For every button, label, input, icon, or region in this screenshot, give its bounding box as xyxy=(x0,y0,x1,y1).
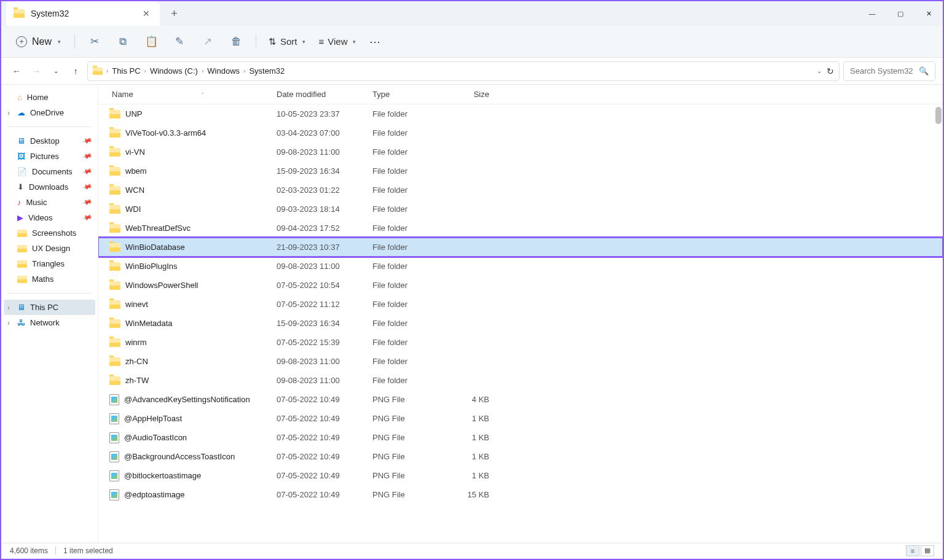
nav-uxdesign[interactable]: UX Design xyxy=(4,241,95,256)
nav-triangles[interactable]: Triangles xyxy=(4,256,95,271)
up-button[interactable]: ↑ xyxy=(68,63,84,79)
folder-icon xyxy=(109,243,120,252)
file-row[interactable]: vi-VN09-08-2023 11:00File folder xyxy=(98,142,943,161)
nav-onedrive[interactable]: ☁OneDrive xyxy=(4,105,95,120)
delete-button[interactable]: 🗑 xyxy=(224,31,248,53)
nav-maths[interactable]: Maths xyxy=(4,271,95,287)
view-icon: ≡ xyxy=(319,36,324,47)
nav-thispc[interactable]: 🖥This PC xyxy=(4,300,95,315)
window-tab[interactable]: System32 ✕ xyxy=(6,1,160,26)
breadcrumb[interactable]: System32 xyxy=(249,66,285,76)
file-date: 07-05-2022 10:49 xyxy=(277,452,372,461)
new-tab-button[interactable]: + xyxy=(171,7,178,20)
file-row[interactable]: WebThreatDefSvc09-04-2023 17:52File fold… xyxy=(98,219,943,238)
file-row[interactable]: zh-CN09-08-2023 11:00File folder xyxy=(98,352,943,371)
file-row[interactable]: winevt07-05-2022 11:12File folder xyxy=(98,295,943,314)
toolbar: + New ▾ ✂ ⧉ 📋 ✎ ↗ 🗑 ⇅ Sort ▾ ≡ View ▾ ⋯ xyxy=(1,26,943,58)
col-size[interactable]: Size xyxy=(452,90,502,99)
nav-videos[interactable]: ▶Videos📌 xyxy=(4,210,95,225)
paste-button[interactable]: 📋 xyxy=(139,31,163,53)
search-box[interactable]: 🔍 xyxy=(843,61,935,81)
nav-screenshots[interactable]: Screenshots xyxy=(4,225,95,241)
file-row[interactable]: WinBioDatabase21-09-2023 10:37File folde… xyxy=(98,238,943,257)
refresh-button[interactable]: ↻ xyxy=(827,66,834,76)
breadcrumb[interactable]: Windows xyxy=(207,66,240,76)
file-name: WDI xyxy=(125,204,141,214)
cut-button[interactable]: ✂ xyxy=(82,31,107,53)
nav-music[interactable]: ♪Music📌 xyxy=(4,195,95,210)
file-row[interactable]: @bitlockertoastimage07-05-2022 10:49PNG … xyxy=(98,466,943,485)
rename-button[interactable]: ✎ xyxy=(167,31,192,53)
more-button[interactable]: ⋯ xyxy=(369,35,380,49)
file-row[interactable]: WinMetadata15-09-2023 16:34File folder xyxy=(98,314,943,333)
file-row[interactable]: UNP10-05-2023 23:37File folder xyxy=(98,104,943,123)
file-row[interactable]: @edptoastimage07-05-2022 10:49PNG File15… xyxy=(98,485,943,504)
folder-icon xyxy=(109,262,120,271)
nav-pictures[interactable]: 🖼Pictures📌 xyxy=(4,149,95,164)
col-name[interactable]: Name˄ xyxy=(107,90,277,99)
file-row[interactable]: WCN02-03-2023 01:22File folder xyxy=(98,181,943,200)
separator xyxy=(55,546,56,555)
file-row[interactable]: @AppHelpToast07-05-2022 10:49PNG File1 K… xyxy=(98,409,943,428)
new-button[interactable]: + New ▾ xyxy=(10,33,67,51)
separator xyxy=(7,126,92,127)
thumbnails-view-button[interactable]: ▦ xyxy=(921,545,934,556)
recent-button[interactable]: ⌄ xyxy=(48,63,64,79)
chevron-down-icon: ▾ xyxy=(58,39,61,45)
separator xyxy=(74,34,75,49)
file-date: 21-09-2023 10:37 xyxy=(277,243,372,252)
folder-icon xyxy=(109,110,120,119)
col-type[interactable]: Type xyxy=(372,90,452,99)
nav-documents[interactable]: 📄Documents📌 xyxy=(4,164,95,179)
nav-home[interactable]: ⌂Home xyxy=(4,90,95,105)
pictures-icon: 🖼 xyxy=(17,152,25,161)
maximize-button[interactable]: ▢ xyxy=(886,1,914,26)
folder-icon xyxy=(109,338,120,347)
file-date: 07-05-2022 10:54 xyxy=(277,281,372,290)
file-row[interactable]: WinBioPlugIns09-08-2023 11:00File folder xyxy=(98,257,943,276)
sort-button[interactable]: ⇅ Sort ▾ xyxy=(264,33,310,51)
folder-icon xyxy=(109,148,120,157)
share-button[interactable]: ↗ xyxy=(195,31,220,53)
col-date[interactable]: Date modified xyxy=(277,90,372,99)
breadcrumb[interactable]: Windows (C:) xyxy=(150,66,198,76)
folder-icon xyxy=(17,245,27,252)
file-row[interactable]: @AudioToastIcon07-05-2022 10:49PNG File1… xyxy=(98,428,943,447)
nav-desktop[interactable]: 🖥Desktop📌 xyxy=(4,133,95,149)
pin-icon: 📌 xyxy=(82,166,93,177)
title-bar: System32 ✕ + — ▢ ✕ xyxy=(1,1,943,26)
chevron-down-icon[interactable]: ⌄ xyxy=(817,68,822,74)
file-date: 15-09-2023 16:34 xyxy=(277,319,372,328)
file-name: @bitlockertoastimage xyxy=(124,471,201,480)
file-row[interactable]: zh-TW09-08-2023 11:00File folder xyxy=(98,371,943,390)
folder-icon xyxy=(109,129,120,138)
address-bar[interactable]: › This PC › Windows (C:) › Windows › Sys… xyxy=(87,61,840,81)
main-area: ⌂Home ☁OneDrive 🖥Desktop📌 🖼Pictures📌 📄Do… xyxy=(1,85,943,544)
copy-button[interactable]: ⧉ xyxy=(111,31,135,53)
nav-label: Maths xyxy=(32,274,53,284)
file-row[interactable]: @AdvancedKeySettingsNotification07-05-20… xyxy=(98,390,943,409)
file-row[interactable]: WDI09-03-2023 18:14File folder xyxy=(98,200,943,219)
file-name: @AppHelpToast xyxy=(124,414,182,423)
folder-icon xyxy=(93,68,103,75)
close-button[interactable]: ✕ xyxy=(914,1,943,26)
breadcrumb[interactable]: This PC xyxy=(112,66,140,76)
forward-button[interactable]: → xyxy=(28,63,44,79)
file-row[interactable]: WindowsPowerShell07-05-2022 10:54File fo… xyxy=(98,276,943,295)
nav-network[interactable]: 🖧Network xyxy=(4,315,95,330)
downloads-icon: ⬇ xyxy=(17,182,24,192)
close-tab-button[interactable]: ✕ xyxy=(143,9,150,18)
scrollbar-thumb[interactable] xyxy=(935,107,942,124)
file-name: ViVeTool-v0.3.3-arm64 xyxy=(125,128,206,138)
search-input[interactable] xyxy=(850,66,918,76)
file-row[interactable]: winrm07-05-2022 15:39File folder xyxy=(98,333,943,352)
back-button[interactable]: ← xyxy=(9,63,25,79)
nav-downloads[interactable]: ⬇Downloads📌 xyxy=(4,179,95,195)
file-row[interactable]: @BackgroundAccessToastIcon07-05-2022 10:… xyxy=(98,447,943,466)
file-row[interactable]: ViVeTool-v0.3.3-arm6403-04-2023 07:00Fil… xyxy=(98,123,943,142)
file-row[interactable]: wbem15-09-2023 16:34File folder xyxy=(98,161,943,181)
details-view-button[interactable]: ≡ xyxy=(906,545,919,556)
minimize-button[interactable]: — xyxy=(858,1,886,26)
file-type: PNG File xyxy=(372,471,452,480)
view-button[interactable]: ≡ View ▾ xyxy=(314,33,361,50)
